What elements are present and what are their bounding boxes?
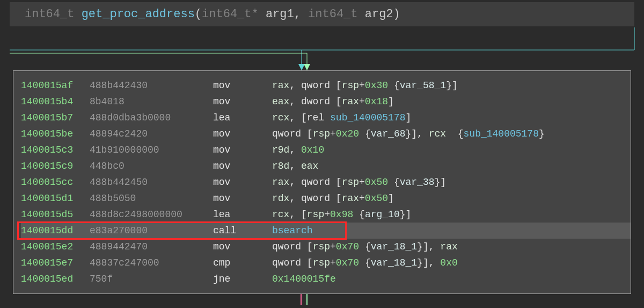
disasm-row[interactable]: 1400015af488b442430movrax, qword [rsp+0x… [21, 77, 631, 94]
mnemonic: mov [213, 158, 272, 174]
svg-marker-6 [304, 64, 310, 70]
sig-p1-name: arg2 [365, 8, 393, 21]
bytes: 8b4018 [90, 94, 213, 110]
disasm-row[interactable]: 1400015b7488d0dba3b0000learcx, [rel sub_… [21, 110, 631, 126]
operands[interactable]: qword [rsp+0x70 {var_18_1}], 0x0 [272, 255, 631, 271]
bytes: e83a270000 [90, 223, 213, 239]
xref-link[interactable]: sub_140005178 [330, 112, 405, 123]
operands[interactable]: qword [rsp+0x20 {var_68}], rcx {sub_1400… [272, 126, 631, 142]
disasm-row[interactable]: 1400015e748837c247000cmpqword [rsp+0x70 … [21, 255, 631, 271]
bytes: 48837c247000 [90, 255, 213, 271]
addr[interactable]: 1400015cc [21, 174, 90, 190]
bytes: 4889442470 [90, 239, 213, 255]
operands[interactable]: rcx, [rsp+0x98 {arg_10}] [272, 206, 631, 223]
bytes: 488b442450 [90, 174, 213, 190]
operands[interactable]: eax, dword [rax+0x18] [272, 94, 631, 110]
xref-link[interactable]: bsearch [272, 225, 313, 236]
addr[interactable]: 1400015dd [21, 223, 90, 239]
flow-bottom [0, 294, 644, 306]
operands[interactable]: 0x1400015fe [272, 271, 631, 287]
bytes: 488d8c2498000000 [90, 206, 213, 223]
mnemonic: call [213, 223, 272, 239]
sig-func-name[interactable]: get_proc_address [82, 8, 195, 21]
function-signature[interactable]: int64_t get_proc_address(int64_t* arg1, … [10, 2, 634, 26]
mnemonic: jne [213, 271, 272, 287]
disasm-row[interactable]: 1400015d1488b5050movrdx, qword [rax+0x50… [21, 190, 631, 206]
addr[interactable]: 1400015e2 [21, 239, 90, 255]
addr[interactable]: 1400015b7 [21, 110, 90, 126]
operands[interactable]: bsearch [272, 223, 631, 239]
disasm-row[interactable]: 1400015c9448bc0movr8d, eax [21, 158, 631, 174]
bytes: 448bc0 [90, 158, 213, 174]
bytes: 48894c2420 [90, 126, 213, 142]
disasm-row[interactable]: 1400015e24889442470movqword [rsp+0x70 {v… [21, 239, 631, 255]
flow-top-svg [0, 26, 644, 70]
disasm-row[interactable]: 1400015d5488d8c2498000000learcx, [rsp+0x… [21, 206, 631, 223]
mnemonic: mov [213, 239, 272, 255]
addr[interactable]: 1400015c9 [21, 158, 90, 174]
mnemonic: lea [213, 110, 272, 126]
flow-top [0, 26, 644, 70]
addr[interactable]: 1400015d5 [21, 206, 90, 223]
disasm-row[interactable]: 1400015ed750fjne0x1400015fe [21, 271, 631, 287]
disasm-row[interactable]: 1400015be48894c2420movqword [rsp+0x20 {v… [21, 126, 631, 142]
mnemonic: mov [213, 126, 272, 142]
sig-p1-type: int64_t [308, 8, 357, 21]
addr[interactable]: 1400015b4 [21, 94, 90, 110]
flow-bottom-svg [0, 294, 644, 306]
mnemonic: mov [213, 190, 272, 206]
addr[interactable]: 1400015ed [21, 271, 90, 287]
mnemonic: mov [213, 142, 272, 158]
bytes: 488d0dba3b0000 [90, 110, 213, 126]
disasm-row[interactable]: 1400015dde83a270000callbsearch [21, 223, 631, 239]
addr[interactable]: 1400015d1 [21, 190, 90, 206]
disasm-row[interactable]: 1400015cc488b442450movrax, qword [rsp+0x… [21, 174, 631, 190]
bytes: 41b910000000 [90, 142, 213, 158]
bytes: 750f [90, 271, 213, 287]
bytes: 488b5050 [90, 190, 213, 206]
operands[interactable]: qword [rsp+0x70 {var_18_1}], rax [272, 239, 631, 255]
operands[interactable]: rcx, [rel sub_140005178] [272, 110, 631, 126]
mnemonic: mov [213, 77, 272, 94]
operands[interactable]: rax, qword [rsp+0x30 {var_58_1}] [272, 77, 631, 94]
mnemonic: mov [213, 174, 272, 190]
operands[interactable]: r9d, 0x10 [272, 142, 631, 158]
addr[interactable]: 1400015be [21, 126, 90, 142]
svg-marker-3 [298, 64, 305, 70]
sig-return-type: int64_t [25, 8, 74, 21]
operands[interactable]: r8d, eax [272, 158, 631, 174]
mnemonic: mov [213, 94, 272, 110]
mnemonic: cmp [213, 255, 272, 271]
operands[interactable]: rdx, qword [rax+0x50] [272, 190, 631, 206]
addr[interactable]: 1400015c3 [21, 142, 90, 158]
disasm-row[interactable]: 1400015b48b4018moveax, dword [rax+0x18] [21, 94, 631, 110]
addr[interactable]: 1400015e7 [21, 255, 90, 271]
sig-p0-name: arg1 [266, 8, 294, 21]
mnemonic: lea [213, 206, 272, 223]
operands[interactable]: rax, qword [rsp+0x50 {var_38}] [272, 174, 631, 190]
disassembly-panel[interactable]: 1400015af488b442430movrax, qword [rsp+0x… [13, 70, 631, 294]
disasm-row[interactable]: 1400015c341b910000000movr9d, 0x10 [21, 142, 631, 158]
sig-p0-type: int64_t* [202, 8, 259, 21]
addr[interactable]: 1400015af [21, 77, 90, 94]
xref-link[interactable]: sub_140005178 [464, 128, 539, 139]
bytes: 488b442430 [90, 77, 213, 94]
